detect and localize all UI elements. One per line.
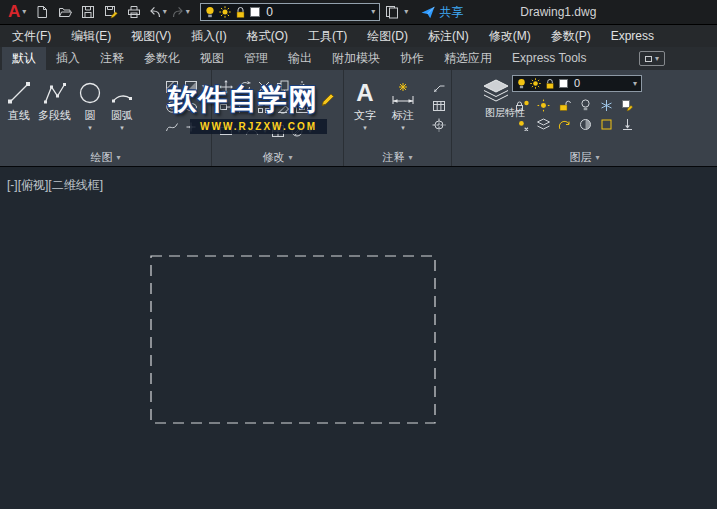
print-button[interactable]: [123, 2, 145, 22]
lock-icon: [545, 78, 555, 90]
menu-express[interactable]: Express: [601, 25, 664, 47]
open-folder-icon: [58, 5, 72, 19]
circle-tool[interactable]: 圆 ▾: [77, 80, 103, 131]
line-icon: [6, 80, 32, 106]
tab-view[interactable]: 视图: [190, 47, 234, 70]
menu-view[interactable]: 视图(V): [121, 25, 181, 47]
menu-tools[interactable]: 工具(T): [298, 25, 357, 47]
tab-featured-apps[interactable]: 精选应用: [434, 47, 502, 70]
menu-file[interactable]: 文件(F): [2, 25, 61, 47]
share-button[interactable]: 共享: [421, 4, 463, 21]
layer-freeze-tool[interactable]: [598, 98, 614, 112]
chevron-down-icon: ▾: [371, 8, 375, 16]
layer-match-tool[interactable]: [619, 98, 635, 112]
quick-layer-combo[interactable]: 0 ▾: [200, 3, 380, 21]
tool-label: 多段线: [38, 109, 71, 121]
chevron-down-icon: ▾: [163, 8, 167, 16]
layer-off-tool[interactable]: [577, 98, 593, 112]
chevron-down-icon: ▾: [116, 154, 120, 162]
layer-unlock-tool[interactable]: [556, 98, 572, 112]
panel-label-layers[interactable]: 图层 ▾: [452, 150, 717, 165]
center-mark-tool[interactable]: [431, 118, 447, 132]
menu-draw[interactable]: 绘图(D): [357, 25, 418, 47]
menubar: 文件(F) 编辑(E) 视图(V) 插入(I) 格式(O) 工具(T) 绘图(D…: [0, 24, 717, 47]
chevron-down-icon: ▾: [408, 154, 412, 162]
new-file-icon: [35, 5, 49, 19]
panel-label-modify[interactable]: 修改 ▾: [212, 150, 343, 165]
printer-icon: [127, 5, 141, 19]
panel-title: 图层: [569, 150, 591, 165]
polyline-tool[interactable]: 多段线: [38, 80, 71, 121]
layer-merge-tool[interactable]: [619, 117, 635, 131]
panel-label-draw[interactable]: 绘图 ▾: [0, 150, 211, 165]
tab-output[interactable]: 输出: [278, 47, 322, 70]
chevron-down-icon: ▾: [88, 124, 92, 131]
watermark-url: WWW.RJZXW.COM: [190, 119, 327, 134]
layer-current-tool[interactable]: [577, 117, 593, 131]
bulb-icon: [517, 78, 526, 90]
layer-on-tool[interactable]: [514, 117, 530, 131]
circle-icon: [77, 80, 103, 106]
rectangle-object: [151, 256, 435, 423]
tab-add-ins[interactable]: 附加模块: [322, 47, 390, 70]
menu-parametric[interactable]: 参数(P): [541, 25, 601, 47]
tab-parametric[interactable]: 参数化: [134, 47, 190, 70]
panel-layers: 图层特性 0 ▾: [452, 70, 717, 166]
menu-edit[interactable]: 编辑(E): [61, 25, 121, 47]
app-menu-button[interactable]: A ▾: [4, 2, 30, 22]
tab-annotate[interactable]: 注释: [90, 47, 134, 70]
chevron-down-icon: ▾: [655, 55, 659, 63]
ribbon-minimize-button[interactable]: ▾: [639, 51, 665, 66]
dimension-tool[interactable]: 标注 ▾: [390, 80, 416, 131]
arc-tool[interactable]: 圆弧 ▾: [109, 80, 135, 131]
customize-quick-access-button[interactable]: ▾: [404, 8, 408, 16]
watermark-title: 软件自学网: [168, 82, 318, 116]
save-as-icon: [104, 5, 118, 19]
tool-label: 圆弧: [111, 109, 133, 121]
menu-modify[interactable]: 修改(M): [479, 25, 541, 47]
polyline-icon: [42, 80, 68, 106]
layer-combo[interactable]: 0 ▾: [512, 75, 642, 92]
save-button[interactable]: [77, 2, 99, 22]
match-properties-button[interactable]: [381, 2, 403, 22]
watermark: 软件自学网 WWW.RJZXW.COM: [168, 82, 368, 134]
drawing-canvas[interactable]: [-][俯视][二维线框]: [0, 166, 717, 509]
undo-icon: [148, 5, 162, 19]
table-tool[interactable]: [431, 99, 447, 113]
layer-lock-tool[interactable]: [514, 98, 530, 112]
open-button[interactable]: [54, 2, 76, 22]
line-tool[interactable]: 直线: [6, 80, 32, 121]
current-layer-name: 0: [574, 78, 580, 89]
tab-insert[interactable]: 插入: [46, 47, 90, 70]
sun-icon: [219, 6, 231, 18]
layer-walk-tool[interactable]: [535, 117, 551, 131]
layer-isolate-tool[interactable]: [535, 98, 551, 112]
document-title: Drawing1.dwg: [520, 5, 596, 19]
panel-label-annotate[interactable]: 注释 ▾: [344, 150, 451, 165]
share-label: 共享: [439, 4, 463, 21]
chevron-down-icon: ▾: [288, 154, 292, 162]
color-swatch: [559, 79, 568, 88]
tab-collaborate[interactable]: 协作: [390, 47, 434, 70]
layer-thaw-tool[interactable]: [556, 117, 572, 131]
menu-insert[interactable]: 插入(I): [181, 25, 236, 47]
chevron-down-icon: ▾: [186, 8, 190, 16]
tool-label: 图层特性: [485, 107, 507, 118]
menu-dimension[interactable]: 标注(N): [418, 25, 479, 47]
chevron-down-icon: ▾: [633, 80, 637, 88]
save-as-button[interactable]: [100, 2, 122, 22]
dashed-rectangle[interactable]: [0, 167, 717, 509]
leader-tool[interactable]: [431, 80, 447, 94]
panel-title: 注释: [382, 150, 404, 165]
tab-home[interactable]: 默认: [2, 47, 46, 70]
layer-tools: [514, 98, 635, 131]
menu-format[interactable]: 格式(O): [237, 25, 298, 47]
tab-express-tools[interactable]: Express Tools: [502, 47, 596, 70]
tab-manage[interactable]: 管理: [234, 47, 278, 70]
layer-color-tool[interactable]: [598, 117, 614, 131]
sheets-icon: [385, 5, 399, 19]
arc-icon: [109, 80, 135, 106]
new-button[interactable]: [31, 2, 53, 22]
undo-button[interactable]: ▾: [146, 2, 168, 22]
redo-button[interactable]: ▾: [169, 2, 191, 22]
